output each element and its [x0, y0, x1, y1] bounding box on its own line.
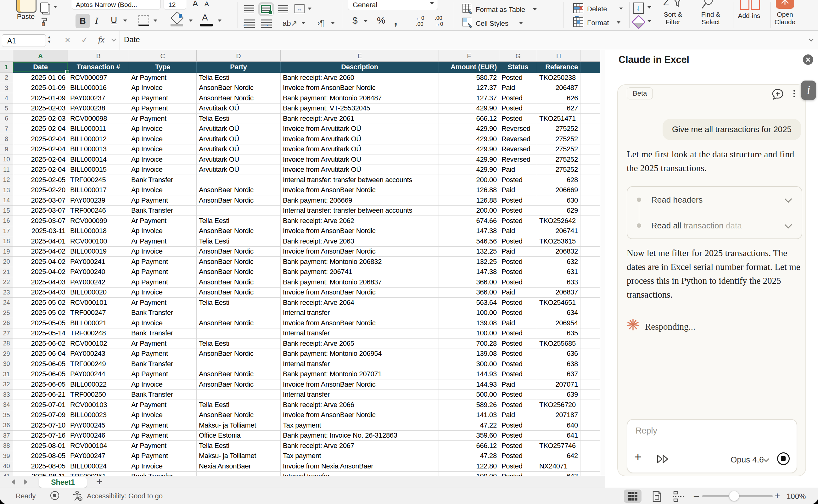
cell[interactable]: [580, 298, 600, 308]
zoom-out-button[interactable]: –: [694, 490, 699, 501]
cell[interactable]: Bank payment: Montonio 206487: [281, 93, 439, 104]
cell[interactable]: [580, 431, 600, 441]
row-header[interactable]: 5: [0, 104, 13, 114]
cell[interactable]: 666.12: [439, 114, 499, 124]
cell[interactable]: Ap Invoice: [129, 134, 197, 144]
cell[interactable]: AnsonBaer Nordic: [197, 267, 281, 277]
cell[interactable]: TRF000250: [68, 390, 129, 400]
cell[interactable]: Maksu- ja Tolliamet: [197, 420, 281, 431]
tool-call-read-headers[interactable]: Read headers: [627, 187, 802, 213]
accessibility-status[interactable]: Accessibility: Good to go: [87, 492, 163, 500]
cell[interactable]: [580, 195, 600, 206]
cell[interactable]: 2025-04-01: [13, 236, 68, 247]
cell[interactable]: Ap Payment: [129, 93, 197, 104]
cell[interactable]: Reversed: [499, 124, 537, 134]
cell[interactable]: 100.00: [439, 328, 499, 339]
cell[interactable]: TKO255685: [537, 339, 580, 349]
borders-dropdown-icon[interactable]: [154, 20, 157, 22]
font-color-dropdown-icon[interactable]: [218, 20, 221, 22]
cell[interactable]: Posted: [499, 93, 537, 104]
cancel-icon[interactable]: ×: [65, 35, 70, 45]
cell[interactable]: 275252: [537, 144, 580, 155]
bold-button[interactable]: B: [76, 14, 90, 28]
cell[interactable]: 139.08: [439, 318, 499, 328]
number-format-select[interactable]: General: [348, 0, 438, 10]
cell[interactable]: 429.90: [439, 134, 499, 144]
cell[interactable]: BILL000023: [68, 410, 129, 421]
cell[interactable]: 2025-02-04: [13, 154, 68, 165]
cell[interactable]: 2025-02-04: [13, 144, 68, 155]
cell[interactable]: [580, 328, 600, 339]
cell[interactable]: 674.66: [439, 216, 499, 226]
cell[interactable]: Ap Invoice: [129, 379, 197, 390]
cell[interactable]: BILL000021: [68, 318, 129, 328]
cell[interactable]: Posted: [499, 339, 537, 349]
cell[interactable]: 2025-07-01: [13, 400, 68, 410]
cell[interactable]: PAY000247: [68, 451, 129, 462]
cell[interactable]: 2025-04-02: [13, 247, 68, 257]
column-header-H[interactable]: H: [537, 50, 580, 62]
cell[interactable]: Ar Payment: [129, 339, 197, 349]
cell[interactable]: Bank receipt: Arve 2060: [281, 73, 439, 83]
cell[interactable]: [580, 359, 600, 369]
header-cell[interactable]: Party: [197, 62, 281, 73]
cell[interactable]: Ar Payment: [129, 441, 197, 451]
cell[interactable]: 144.93: [439, 379, 499, 390]
cell[interactable]: BILL000018: [68, 226, 129, 237]
header-cell[interactable]: Transaction #: [68, 62, 129, 73]
row-header[interactable]: 11: [0, 165, 13, 175]
row-header[interactable]: 6: [0, 114, 13, 124]
cell[interactable]: [580, 144, 600, 155]
cell[interactable]: 637: [537, 369, 580, 380]
increase-decimal-icon[interactable]: ←0.00: [416, 15, 424, 27]
cell[interactable]: Telia Eesti: [197, 114, 281, 124]
format-button[interactable]: Format: [587, 19, 609, 27]
cell[interactable]: PAY000239: [68, 195, 129, 206]
cell[interactable]: Arvutitark OÜ: [197, 154, 281, 165]
cell[interactable]: Telia Eesti: [197, 400, 281, 410]
page-layout-view-button[interactable]: [651, 490, 663, 503]
cell[interactable]: Posted: [499, 175, 537, 185]
cell[interactable]: Ar Payment: [129, 400, 197, 410]
reply-input[interactable]: Reply + Opus 4.6: [627, 419, 797, 473]
cell[interactable]: AnsonBaer Nordic: [197, 349, 281, 359]
cell[interactable]: [580, 472, 600, 476]
cell[interactable]: 207187: [537, 410, 580, 421]
cell[interactable]: 642: [537, 451, 580, 462]
cell[interactable]: RCV000103: [68, 400, 129, 410]
cell[interactable]: 633: [537, 277, 580, 288]
cell[interactable]: [197, 359, 281, 369]
cell[interactable]: 2025-03-07: [13, 195, 68, 206]
cell[interactable]: 429.90: [439, 154, 499, 165]
cell[interactable]: 2025-02-20: [13, 185, 68, 196]
cell[interactable]: Ap Invoice: [129, 144, 197, 155]
cell[interactable]: 2025-08-01: [13, 441, 68, 451]
cell[interactable]: PAY000242: [68, 277, 129, 288]
cell[interactable]: Invoice from AnsonBaer Nordic: [281, 185, 439, 196]
cell[interactable]: [197, 206, 281, 216]
cell[interactable]: [580, 420, 600, 431]
row-header[interactable]: 40: [0, 461, 13, 472]
cell[interactable]: TKO251471: [537, 114, 580, 124]
cell[interactable]: PAY000238: [68, 104, 129, 114]
cell[interactable]: 275252: [537, 165, 580, 175]
cell[interactable]: Invoice from Arvutitark OÜ: [281, 154, 439, 165]
row-header[interactable]: 41: [0, 472, 13, 476]
cell[interactable]: TRF000245: [68, 175, 129, 185]
cell[interactable]: Invoice from Arvutitark OÜ: [281, 134, 439, 144]
row-header[interactable]: 1: [0, 62, 13, 73]
cell[interactable]: BILL000016: [68, 83, 129, 93]
cell[interactable]: Ap Payment: [129, 420, 197, 431]
cell[interactable]: Ap Payment: [129, 257, 197, 267]
cell[interactable]: Posted: [499, 195, 537, 206]
cell[interactable]: Posted: [499, 390, 537, 400]
row-header[interactable]: 24: [0, 298, 13, 308]
selected-cell[interactable]: Date: [13, 62, 68, 73]
header-cell[interactable]: Reference: [537, 62, 580, 73]
cell[interactable]: Ar Payment: [129, 114, 197, 124]
row-header[interactable]: 28: [0, 339, 13, 349]
cell[interactable]: 2025-07-10: [13, 420, 68, 431]
cell[interactable]: 429.90: [439, 124, 499, 134]
cell[interactable]: 2025-06-02: [13, 339, 68, 349]
row-header[interactable]: 30: [0, 359, 13, 369]
